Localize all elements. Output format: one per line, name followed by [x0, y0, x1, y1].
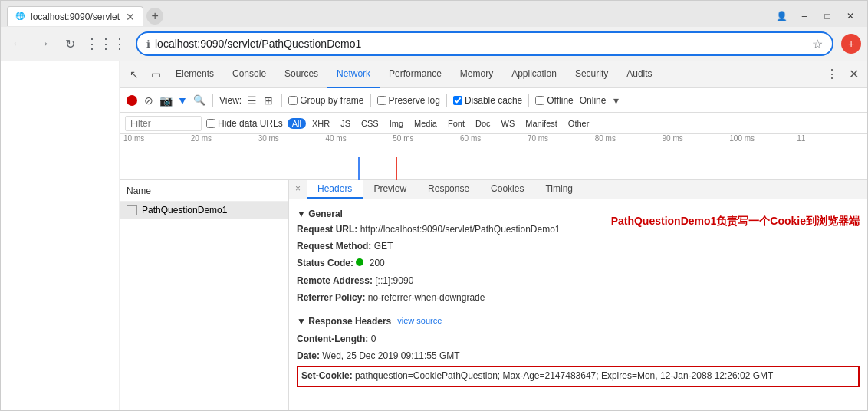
tab-security[interactable]: Security [566, 61, 617, 88]
request-method-row: Request Method: GET [297, 239, 860, 254]
filter-type-font[interactable]: Font [443, 118, 469, 129]
close-button[interactable]: ✕ [840, 8, 861, 25]
detail-tab-headers[interactable]: Headers [307, 180, 363, 199]
detail-tab-preview[interactable]: Preview [363, 180, 417, 199]
filter-type-css[interactable]: CSS [357, 118, 383, 129]
devtools-device-icon[interactable]: ▭ [145, 64, 166, 85]
tab-sources[interactable]: Sources [275, 61, 327, 88]
tab-elements[interactable]: Elements [166, 61, 223, 88]
filter-button[interactable]: ▼ [176, 94, 189, 107]
set-cookie-value: pathquestion=CookiePathQuestion; Max-Age… [355, 370, 773, 381]
new-tab-button[interactable]: + [146, 8, 163, 25]
search-button[interactable]: 🔍 [192, 94, 206, 107]
throttle-dropdown[interactable]: ▾ [609, 94, 623, 107]
stop-button[interactable]: ⊘ [142, 94, 156, 107]
filter-type-doc[interactable]: Doc [471, 118, 495, 129]
minimize-button[interactable]: – [794, 8, 815, 25]
request-url-value: http://localhost:9090/servlet/PathQuesti… [360, 224, 561, 235]
tab-audits[interactable]: Audits [617, 61, 661, 88]
detail-tab-close[interactable]: × [289, 180, 307, 199]
group-by-frame-checkbox[interactable]: Group by frame [288, 95, 363, 106]
detail-tab-timing[interactable]: Timing [534, 180, 584, 199]
status-code-label: Status Code: [297, 258, 353, 268]
main-panel: Name PathQuestionDemo1 × Headers Preview… [120, 180, 867, 410]
tick-80ms: 80 ms [595, 134, 663, 143]
tab-favicon: 🌐 [15, 12, 26, 22]
hide-data-urls-checkbox[interactable]: Hide data URLs [206, 118, 283, 129]
bookmark-icon[interactable]: ☆ [812, 37, 823, 51]
view-grid-icon[interactable]: ⊞ [261, 94, 275, 107]
filter-input[interactable] [125, 116, 202, 131]
detail-tab-response[interactable]: Response [417, 180, 480, 199]
remote-address-value: [::1]:9090 [375, 275, 413, 286]
disable-cache-checkbox[interactable]: Disable cache [453, 95, 522, 106]
group-by-frame-input[interactable] [288, 96, 298, 105]
devtools-close-icon[interactable]: ✕ [843, 64, 864, 85]
detail-tab-cookies[interactable]: Cookies [480, 180, 534, 199]
filter-type-xhr[interactable]: XHR [307, 118, 334, 129]
disable-cache-input[interactable] [453, 96, 462, 105]
tab-console[interactable]: Console [223, 61, 275, 88]
tick-40ms: 40 ms [325, 134, 393, 143]
content-length-row: Content-Length: 0 [297, 332, 860, 347]
view-label: View: [219, 95, 242, 106]
refresh-button[interactable]: ↻ [59, 33, 81, 54]
sep3 [370, 94, 371, 107]
group-by-frame-label: Group by frame [300, 95, 363, 106]
maximize-button[interactable]: □ [817, 8, 838, 25]
tab-close-button[interactable]: ✕ [126, 11, 135, 23]
view-source-link[interactable]: view source [397, 316, 442, 325]
tick-60ms: 60 ms [460, 134, 528, 143]
tick-50ms: 50 ms [393, 134, 460, 143]
preserve-log-checkbox[interactable]: Preserve log [377, 95, 440, 106]
list-item[interactable]: PathQuestionDemo1 [120, 202, 288, 219]
timeline-ruler: 10 ms 20 ms 30 ms 40 ms 50 ms 60 ms 70 m… [120, 134, 867, 150]
tick-30ms: 30 ms [258, 134, 326, 143]
browser-window: 🌐 localhost:9090/servlet ✕ + 👤 – □ ✕ ← →… [0, 0, 868, 411]
timeline-bar-red [396, 157, 397, 180]
view-list-icon[interactable]: ☰ [245, 94, 258, 107]
status-code-row: Status Code: 200 [297, 256, 860, 271]
hide-data-urls-input[interactable] [206, 119, 215, 128]
filter-type-js[interactable]: JS [336, 118, 355, 129]
camera-button[interactable]: 📷 [159, 94, 173, 107]
tab-network[interactable]: Network [327, 61, 380, 88]
record-button[interactable] [125, 94, 139, 107]
filter-type-all[interactable]: All [288, 118, 306, 129]
user-button[interactable]: 👤 [771, 8, 792, 25]
preserve-log-input[interactable] [377, 96, 386, 105]
filter-type-manifest[interactable]: Manifest [521, 118, 562, 129]
offline-input[interactable] [535, 96, 544, 105]
devtools-cursor-icon[interactable]: ↖ [123, 64, 145, 85]
tick-90ms: 90 ms [663, 134, 730, 143]
forward-button[interactable]: → [33, 33, 54, 54]
tick-70ms: 70 ms [528, 134, 595, 143]
sep5 [528, 94, 529, 107]
hide-data-urls-label: Hide data URLs [218, 118, 283, 129]
url-box[interactable]: ℹ localhost:9090/servlet/PathQuestionDem… [136, 31, 833, 56]
set-cookie-label: Set-Cookie: [301, 370, 353, 381]
browser-tab[interactable]: 🌐 localhost:9090/servlet ✕ [7, 6, 143, 26]
extension-button[interactable]: + [841, 34, 861, 54]
request-method-value: GET [374, 241, 393, 252]
devtools-toolbar: ⊘ 📷 ▼ 🔍 View: ☰ ⊞ Group by frame Preserv… [120, 88, 867, 113]
apps-icon[interactable]: ⋮⋮⋮ [85, 35, 127, 52]
tab-performance[interactable]: Performance [380, 61, 451, 88]
filter-type-img[interactable]: Img [385, 118, 408, 129]
date-value: Wed, 25 Dec 2019 09:11:55 GMT [322, 350, 459, 361]
tab-application[interactable]: Application [502, 61, 566, 88]
filter-type-media[interactable]: Media [409, 118, 442, 129]
response-headers-title-row: ▼ Response Headers view source [297, 311, 860, 330]
referrer-policy-label: Referrer Policy: [297, 292, 365, 303]
set-cookie-row: Set-Cookie: pathquestion=CookiePathQuest… [297, 366, 860, 386]
filter-bar: Hide data URLs All XHR JS CSS Img Media … [120, 113, 867, 134]
name-column-header: Name [127, 186, 151, 196]
devtools-more-icon[interactable]: ⋮ [821, 64, 843, 85]
back-button[interactable]: ← [7, 33, 28, 54]
file-name: PathQuestionDemo1 [142, 205, 227, 215]
filter-type-other[interactable]: Other [564, 118, 594, 129]
tab-memory[interactable]: Memory [451, 61, 502, 88]
stop-icon: ⊘ [144, 94, 153, 107]
offline-checkbox[interactable]: Offline [535, 95, 573, 106]
filter-type-ws[interactable]: WS [497, 118, 520, 129]
